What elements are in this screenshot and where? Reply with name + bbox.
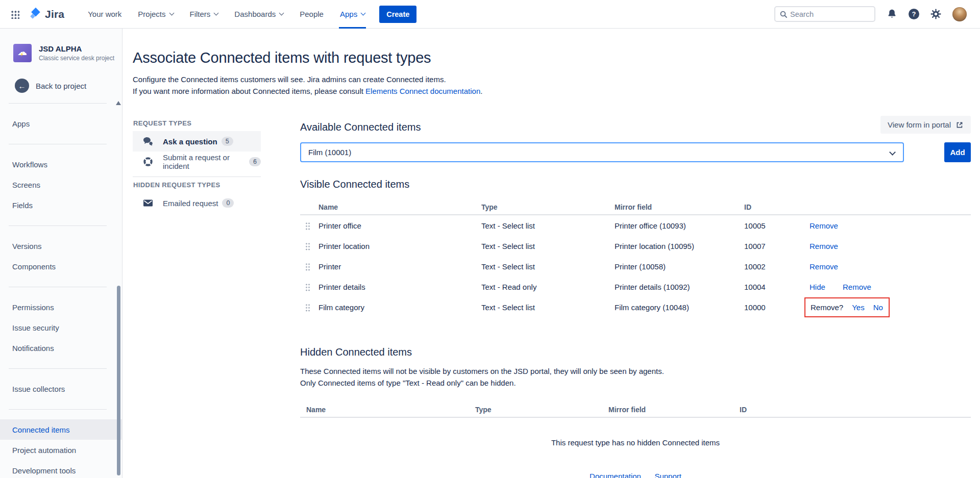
request-type-submit-request[interactable]: Submit a request or incident 6 <box>133 152 261 172</box>
support-link[interactable]: Support <box>654 472 681 478</box>
table-row: Printer location Text - Select list Prin… <box>300 236 971 256</box>
create-button[interactable]: Create <box>379 6 416 23</box>
sidebar-item-notifications[interactable]: Notifications <box>0 338 122 358</box>
back-arrow-icon: ← <box>15 79 29 93</box>
settings-gear-icon[interactable] <box>930 9 941 19</box>
table-row: Film category Text - Select list Film ca… <box>300 297 971 317</box>
jira-logo-icon <box>29 7 42 22</box>
table-row: Printer office Text - Select list Printe… <box>300 215 971 236</box>
user-avatar[interactable] <box>952 7 967 21</box>
project-name: JSD ALPHA <box>39 44 114 53</box>
app-switcher-icon[interactable] <box>10 10 19 19</box>
table-header-row: Name Type Mirror field ID <box>300 200 971 215</box>
sidebar-item-versions[interactable]: Versions <box>0 236 122 256</box>
nav-filters[interactable]: Filters <box>182 0 227 29</box>
primary-nav: Your work Projects Filters Dashboards Pe… <box>80 0 373 29</box>
nav-your-work[interactable]: Your work <box>80 0 130 29</box>
sidebar-item-project-automation[interactable]: Project automation <box>0 440 122 460</box>
confirm-yes-link[interactable]: Yes <box>852 303 864 312</box>
cell-mirror-field: Printer details (10092) <box>615 283 744 291</box>
remove-link[interactable]: Remove <box>810 262 838 271</box>
cell-name: Printer location <box>318 242 481 250</box>
table-row: Printer Text - Select list Printer (1005… <box>300 256 971 276</box>
documentation-link[interactable]: Documentation <box>590 472 641 478</box>
drag-handle-icon[interactable] <box>305 221 310 230</box>
selected-option: Film (10001) <box>308 148 351 157</box>
drag-handle-icon[interactable] <box>305 262 310 271</box>
sidebar-item-workflows[interactable]: Workflows <box>0 154 122 174</box>
sidebar-item-fields[interactable]: Fields <box>0 195 122 215</box>
nav-dashboards[interactable]: Dashboards <box>226 0 291 29</box>
connected-items-panel: Available Connected items View form in p… <box>300 116 971 478</box>
jira-logo-text: Jira <box>45 8 64 20</box>
drag-handle-icon[interactable] <box>305 283 310 291</box>
drag-handle-icon[interactable] <box>305 242 310 250</box>
cell-name: Printer <box>318 262 481 271</box>
nav-projects[interactable]: Projects <box>130 0 181 29</box>
sidebar-item-issue-security[interactable]: Issue security <box>0 317 122 338</box>
main-content: Associate Connected items with request t… <box>122 29 980 478</box>
sidebar-item-development-tools[interactable]: Development tools <box>0 460 122 478</box>
request-type-ask-a-question[interactable]: Ask a question 5 <box>133 131 261 152</box>
external-link-icon <box>955 121 964 129</box>
search-icon <box>779 10 788 18</box>
col-type: Type <box>475 406 608 414</box>
sidebar-item-connected-items[interactable]: Connected items <box>0 419 122 440</box>
sidebar-item-components[interactable]: Components <box>0 256 122 276</box>
count-badge: 6 <box>249 157 261 166</box>
page-description: Configure the Connected items customers … <box>133 73 980 97</box>
sidebar-scroll-up-arrow[interactable] <box>116 101 121 105</box>
hidden-items-empty-state: This request type has no hidden Connecte… <box>300 438 971 447</box>
request-type-emailed-request[interactable]: Emailed request 0 <box>133 193 261 213</box>
count-badge: 0 <box>222 198 234 208</box>
view-form-in-portal-button[interactable]: View form in portal <box>880 116 971 134</box>
chevron-down-icon <box>279 11 284 16</box>
divider <box>9 144 107 144</box>
confirm-no-link[interactable]: No <box>873 303 883 312</box>
col-mirror-field: Mirror field <box>608 406 740 414</box>
visible-items-table: Name Type Mirror field ID Printer office… <box>300 200 971 317</box>
cell-id: 10002 <box>744 262 810 271</box>
global-search[interactable] <box>774 6 875 22</box>
remove-link[interactable]: Remove <box>810 221 838 230</box>
col-name: Name <box>318 203 481 211</box>
sidebar-item-apps[interactable]: Apps <box>0 113 122 134</box>
divider <box>9 409 107 410</box>
connected-item-select[interactable]: Film (10001) <box>300 142 904 162</box>
sidebar-item-permissions[interactable]: Permissions <box>0 297 122 317</box>
nav-people[interactable]: People <box>291 0 332 29</box>
available-items-heading: Available Connected items <box>300 121 421 133</box>
cell-name: Printer office <box>318 221 481 230</box>
sidebar-item-screens[interactable]: Screens <box>0 174 122 195</box>
jira-logo[interactable]: Jira <box>29 7 64 22</box>
cell-mirror-field: Printer location (10095) <box>615 242 744 250</box>
divider <box>9 368 107 369</box>
top-navigation-bar: Jira Your work Projects Filters Dashboar… <box>0 0 980 29</box>
remove-link[interactable]: Remove <box>810 242 838 250</box>
divider <box>9 287 107 287</box>
back-to-project[interactable]: ← Back to project <box>0 79 122 93</box>
remove-link[interactable]: Remove <box>843 283 871 291</box>
jira-connected-items-page: Jira Your work Projects Filters Dashboar… <box>0 0 980 478</box>
sidebar-item-issue-collectors[interactable]: Issue collectors <box>0 379 122 399</box>
notifications-bell-icon[interactable] <box>887 9 897 19</box>
remove-confirm-annotation-box: Remove? Yes No <box>804 297 890 317</box>
visible-items-heading: Visible Connected items <box>300 179 971 190</box>
col-name: Name <box>306 406 475 414</box>
lightning-icon: ⚡ <box>20 52 24 58</box>
search-input[interactable] <box>790 10 870 18</box>
help-icon[interactable]: ? <box>909 9 919 19</box>
cell-id: 10005 <box>744 221 810 230</box>
nav-apps[interactable]: Apps <box>332 0 373 29</box>
cell-mirror-field: Printer office (10093) <box>615 221 744 230</box>
chevron-down-icon <box>169 11 174 16</box>
hide-link[interactable]: Hide <box>810 283 825 291</box>
col-mirror-field: Mirror field <box>615 203 744 211</box>
col-id: ID <box>740 406 971 414</box>
drag-handle-icon[interactable] <box>305 303 310 312</box>
elements-connect-doc-link[interactable]: Elements Connect documentation <box>365 87 480 95</box>
sidebar-scrollbar[interactable] <box>117 286 120 475</box>
add-button[interactable]: Add <box>944 142 971 162</box>
request-types-panel: REQUEST TYPES Ask a question 5 <box>133 116 261 478</box>
chevron-down-icon <box>889 149 896 156</box>
